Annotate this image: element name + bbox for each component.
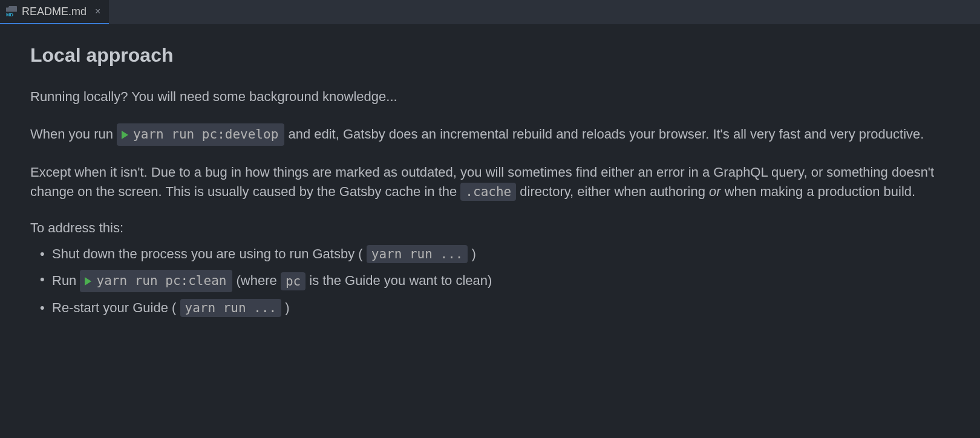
code-cache-dir: .cache	[460, 183, 516, 201]
markdown-file-icon: MD	[6, 6, 17, 18]
code-run-clean[interactable]: yarn run pc:clean	[80, 270, 232, 292]
play-icon	[85, 277, 91, 286]
code-yarn-run: yarn run ...	[180, 299, 282, 317]
tab-bar: MD README.md ×	[0, 0, 980, 24]
markdown-preview: Local approach Running locally? You will…	[0, 24, 980, 341]
paragraph-address: To address this:	[30, 218, 950, 238]
code-run-develop[interactable]: yarn run pc:develop	[117, 123, 284, 145]
play-icon	[122, 131, 128, 139]
list-item: Re-start your Guide ( yarn run ... )	[52, 298, 950, 318]
editor-tab[interactable]: MD README.md ×	[0, 0, 109, 24]
code-pc: pc	[281, 272, 305, 290]
code-yarn-run: yarn run ...	[367, 245, 468, 263]
list-item: Run yarn run pc:clean (where pc is the G…	[52, 270, 950, 292]
steps-list: Shut down the process you are using to r…	[30, 244, 950, 317]
heading: Local approach	[30, 41, 950, 69]
list-item: Shut down the process you are using to r…	[52, 244, 950, 264]
tab-filename: README.md	[22, 5, 87, 18]
paragraph-cache: Except when it isn't. Due to a bug in ho…	[30, 163, 950, 201]
paragraph-run: When you run yarn run pc:develop and edi…	[30, 123, 950, 145]
close-icon[interactable]: ×	[95, 6, 100, 17]
paragraph-intro: Running locally? You will need some back…	[30, 87, 950, 106]
